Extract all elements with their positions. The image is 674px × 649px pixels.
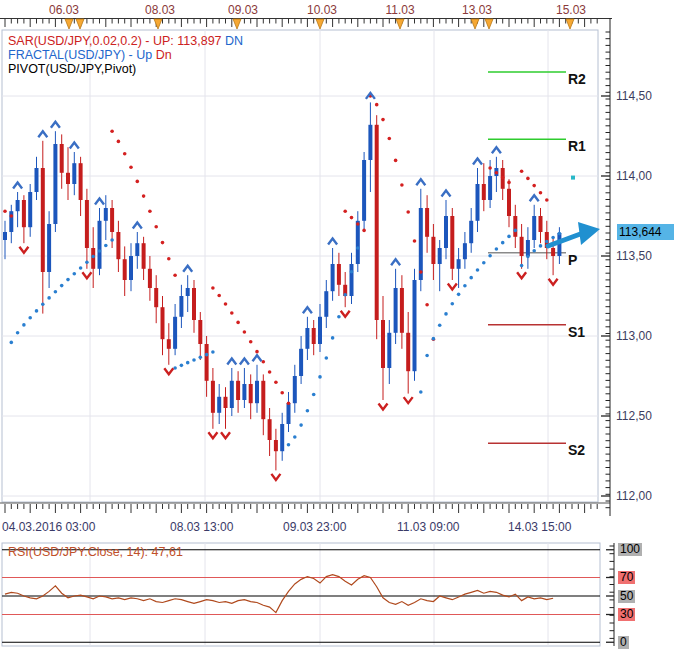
sar-dot-red <box>539 191 543 195</box>
sar-dot-blue <box>558 232 562 236</box>
candle-down <box>274 440 278 451</box>
sar-dot-red <box>488 166 492 170</box>
sar-dot-red <box>413 239 417 243</box>
candle-up <box>324 291 328 317</box>
candle-up <box>305 328 309 349</box>
candle-up <box>526 240 530 256</box>
legend-rsi: RSI(USD/JPY.Close, 14): 47,61 <box>8 545 183 559</box>
pivot-label-S1: S1 <box>568 324 585 340</box>
sar-dot-blue <box>419 390 423 394</box>
sar-dot-red <box>230 311 234 315</box>
candle-down <box>520 237 524 256</box>
period-marker-icon <box>471 19 479 29</box>
sar-dot-red <box>545 198 549 202</box>
candle-up <box>318 317 322 344</box>
period-marker-icon <box>233 19 241 29</box>
sar-dot-red <box>243 330 247 334</box>
sar-dot-blue <box>98 249 102 253</box>
bottom-date-label[interactable]: 11.03 09:00 <box>397 520 460 534</box>
sar-dot-red <box>501 176 505 180</box>
bottom-date-label[interactable]: 08.03 13:00 <box>170 520 233 534</box>
candle-down <box>507 189 511 216</box>
bottom-date-label[interactable]: 04.03.2016 03:00 <box>2 520 95 534</box>
candle-down <box>85 200 89 248</box>
sar-dot-blue <box>444 312 448 316</box>
legend-fractal-name: FRACTAL(USD/JPY) - <box>8 48 133 62</box>
sar-dot-red <box>3 209 7 213</box>
sar-dot-red <box>249 340 253 344</box>
candle-down <box>211 381 215 413</box>
pivot-label-R2: R2 <box>568 71 586 87</box>
sar-dot-red <box>10 214 14 218</box>
candle-down <box>425 208 429 237</box>
sar-dot-blue <box>331 336 335 340</box>
bottom-date-label[interactable]: 14.03 15:00 <box>508 520 571 534</box>
legend-fractal-up: Up <box>136 48 152 62</box>
sar-dot-blue <box>110 238 114 242</box>
candle-down <box>400 288 404 333</box>
bottom-date-label[interactable]: 09.03 23:00 <box>283 520 346 534</box>
candle-up <box>299 349 303 376</box>
sar-dot-blue <box>507 235 511 239</box>
sar-dot-blue <box>54 290 58 294</box>
sar-dot-blue <box>482 261 486 265</box>
candle-down <box>161 307 165 339</box>
pivot-label-P: P <box>568 252 577 268</box>
candle-up <box>368 125 372 160</box>
price-tick-label: 113,00 <box>616 329 652 343</box>
candle-up <box>72 163 76 184</box>
sar-dot-blue <box>325 356 329 360</box>
rsi-tick-label-100: 100 <box>618 543 642 556</box>
candle-down <box>224 397 228 408</box>
candle-up <box>476 184 480 221</box>
sar-dot-red <box>236 321 240 325</box>
legend-sar: SAR(USD/JPY,0.02,0.2) - UP: 113,897 DN <box>8 34 243 48</box>
candle-down <box>539 216 543 232</box>
sar-dot-blue <box>66 278 70 282</box>
candle-up <box>47 224 51 272</box>
sar-dot-red <box>419 270 423 274</box>
sar-dot-red <box>495 171 499 175</box>
sar-dot-red <box>110 129 114 133</box>
sar-dot-blue <box>337 315 341 319</box>
candle-up <box>287 403 291 424</box>
sar-dot-blue <box>73 272 77 276</box>
pivot-label-R1: R1 <box>568 138 586 154</box>
price-tick-label: 112,50 <box>616 409 652 423</box>
sar-dot-blue <box>85 260 89 264</box>
legend-sar-dn: DN <box>225 34 243 48</box>
legend-pivot-name: PIVOT(USD/JPY,Pivot) <box>8 62 136 76</box>
sar-dot-blue <box>539 244 543 248</box>
sar-dot-blue <box>526 255 530 259</box>
sar-dot-red <box>343 209 347 213</box>
candle-up <box>255 381 259 403</box>
candle-up <box>438 248 442 264</box>
candle-up <box>98 221 102 269</box>
sar-dot-blue <box>192 358 196 362</box>
sar-dot-blue <box>312 393 316 397</box>
candle-up <box>280 424 284 451</box>
sar-dot-blue <box>28 316 32 320</box>
sar-dot-blue <box>299 423 303 427</box>
candle-down <box>60 144 64 173</box>
candle-down <box>268 419 272 440</box>
sar-dot-red <box>123 152 127 156</box>
sar-dot-blue <box>425 354 429 358</box>
sar-dot-red <box>520 169 524 173</box>
sar-dot-red <box>129 165 133 169</box>
candle-up <box>331 264 335 291</box>
rsi-tick-label-70: 70 <box>618 571 635 584</box>
period-marker-icon <box>65 19 73 29</box>
sar-dot-red <box>173 273 177 277</box>
candle-up <box>394 288 398 333</box>
candle-down <box>312 328 316 344</box>
candle-up <box>387 333 391 368</box>
sar-dot-blue <box>432 337 436 341</box>
candle-up <box>469 221 473 243</box>
sar-dot-red <box>154 225 158 229</box>
sar-dot-blue <box>91 255 95 259</box>
candle-down <box>375 125 379 320</box>
sar-dot-blue <box>457 293 461 297</box>
candle-up <box>362 160 366 221</box>
candle-up <box>532 216 536 240</box>
